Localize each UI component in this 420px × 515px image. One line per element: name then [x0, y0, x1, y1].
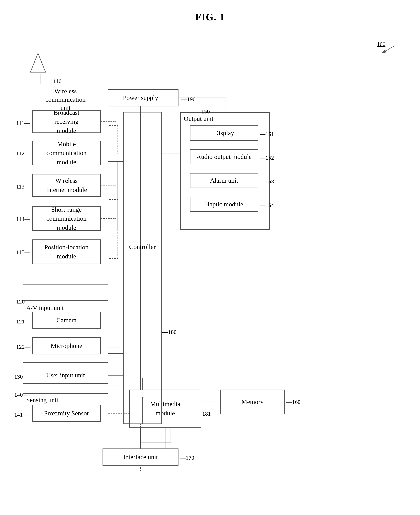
audio-output-box: Audio output module — [190, 149, 258, 164]
ref-114: 114— — [16, 216, 30, 222]
power-supply-box: Power supply — [103, 89, 179, 107]
ref-180: —180 — [162, 329, 177, 335]
ref-140: 140— — [14, 392, 29, 398]
ref-115: 115— — [16, 249, 30, 255]
ref-190: —190 — [181, 96, 195, 102]
ref-150: 150 — [201, 108, 210, 115]
ref-110: 110 — [53, 78, 61, 84]
broadcast-box: Broadcastreceivingmodule — [32, 110, 101, 133]
user-input-box: User input unit — [23, 367, 108, 384]
wireless-internet-box: WirelessInternet module — [32, 174, 101, 197]
ref-130: 130— — [14, 373, 29, 380]
ref-112: 112— — [16, 150, 30, 157]
ref-121: 121— — [16, 318, 30, 325]
svg-line-28 — [382, 46, 395, 53]
mobile-comm-box: Mobilecommunicationmodule — [32, 141, 101, 165]
proximity-sensor-box: Proximity Sensor — [32, 405, 101, 422]
ref-160: —160 — [286, 399, 300, 405]
svg-marker-26 — [30, 53, 45, 72]
ref-141: 141— — [14, 411, 29, 418]
alarm-unit-box: Alarm unit — [190, 173, 258, 188]
camera-box: Camera — [32, 312, 101, 329]
antenna-icon — [29, 51, 47, 77]
ref-113: 113— — [16, 183, 30, 190]
svg-rect-14 — [123, 112, 161, 424]
memory-box: Memory — [220, 390, 285, 414]
ref-152: —152 — [260, 154, 274, 161]
controller-label: Controller — [125, 243, 159, 250]
ref-122: 122— — [16, 344, 30, 350]
short-range-box: Short-rangecommunicationmodule — [32, 206, 101, 231]
svg-rect-39 — [123, 112, 161, 424]
interface-unit-box: Interface unit — [103, 448, 179, 466]
microphone-box: Microphone — [32, 337, 101, 354]
ref-153: —153 — [260, 178, 274, 185]
page-title: FIG. 1 — [0, 0, 420, 23]
ref-170: —170 — [180, 454, 194, 461]
ref-154: —154 — [260, 202, 274, 208]
ref-181: 181 — [202, 410, 211, 417]
position-location-box: Position-locationmodule — [32, 239, 101, 264]
haptic-module-box: Haptic module — [190, 197, 258, 212]
ref-120: 120— — [16, 298, 30, 305]
display-box: Display — [190, 125, 258, 141]
ref-111: 111— — [16, 120, 30, 126]
multimedia-module-box: Multimediamodule — [129, 390, 201, 428]
ref-151: —151 — [260, 131, 274, 137]
